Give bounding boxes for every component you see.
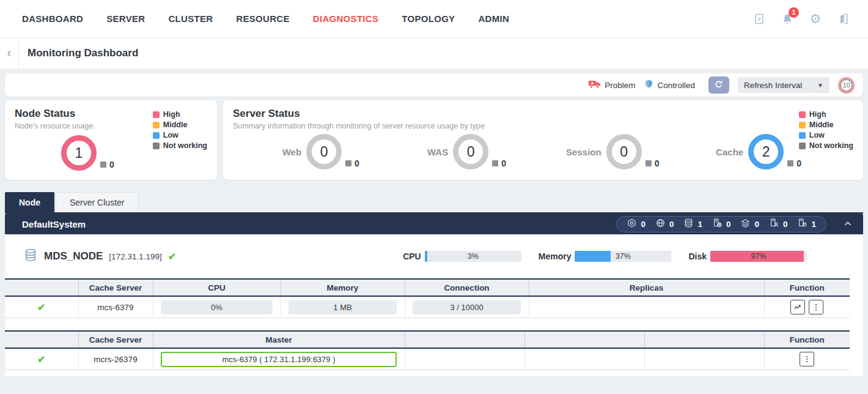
layers-icon bbox=[740, 218, 751, 231]
was-label: WAS bbox=[427, 147, 448, 157]
high-swatch bbox=[799, 111, 806, 118]
chart-button[interactable] bbox=[790, 300, 805, 314]
server-status-subtitle: Summary information through monitoring o… bbox=[233, 122, 853, 130]
cpu-bar: 3% bbox=[425, 251, 521, 262]
system-header-bar: DefaultSystem 0 0 1 bbox=[5, 214, 863, 234]
refresh-countdown-value: 10 bbox=[840, 79, 853, 92]
account-server-icon bbox=[769, 218, 779, 231]
page-body: Problem Controlled Refresh Interval ▼ 10… bbox=[0, 69, 868, 376]
page-title: Monitoring Dashboard bbox=[28, 47, 138, 59]
notifications-bell-icon[interactable]: 1 bbox=[780, 12, 795, 26]
was-badge: 0 bbox=[712, 218, 731, 231]
cluster-count: 0 bbox=[641, 220, 645, 229]
node-status-not-working: 0 bbox=[100, 160, 114, 169]
session-status-value: 0 bbox=[606, 134, 642, 169]
disk-label: Disk bbox=[688, 251, 707, 261]
top-nav-bar: DASHBOARD SERVER CLUSTER RESOURCE DIAGNO… bbox=[0, 0, 868, 38]
server-status-donuts: Web 0 0 WAS 0 0 Session 0 bbox=[233, 134, 853, 169]
empty-cell bbox=[405, 348, 524, 370]
node-status-card: Node Status Node's resource usage. High … bbox=[5, 100, 217, 180]
row-ok-check-icon: ✔ bbox=[37, 354, 45, 365]
cpu-value: 3% bbox=[425, 251, 521, 262]
controlled-label: Controlled bbox=[657, 81, 695, 90]
refresh-countdown-badge: 10 bbox=[838, 77, 855, 94]
divider bbox=[18, 38, 19, 69]
notification-count-badge: 1 bbox=[789, 7, 799, 18]
problem-legend: Problem bbox=[588, 79, 635, 91]
was-count: 0 bbox=[726, 220, 731, 229]
controlled-shield-icon bbox=[644, 78, 654, 92]
more-menu-button[interactable] bbox=[800, 352, 814, 366]
node-count: 1 bbox=[697, 220, 702, 229]
memory-value: 37% bbox=[575, 251, 671, 262]
logout-door-icon[interactable] bbox=[836, 12, 851, 26]
cluster-icon bbox=[627, 218, 637, 231]
system-name: DefaultSystem bbox=[22, 219, 86, 229]
cpu-column-header: CPU bbox=[153, 279, 281, 296]
refresh-interval-select[interactable]: Refresh Interval ▼ bbox=[738, 77, 829, 93]
high-label: High bbox=[809, 110, 826, 119]
tab-node[interactable]: Node bbox=[5, 192, 54, 212]
high-label: High bbox=[163, 110, 180, 119]
memory-label: Memory bbox=[539, 251, 572, 261]
help-manual-icon[interactable]: ? bbox=[752, 12, 767, 26]
legend-high: High bbox=[799, 110, 853, 119]
not-working-count: 0 bbox=[109, 160, 114, 169]
nav-topology[interactable]: TOPOLOGY bbox=[402, 13, 455, 24]
settings-gear-icon[interactable]: ⚙ bbox=[808, 12, 823, 26]
nav-server[interactable]: SERVER bbox=[106, 13, 145, 24]
nav-admin[interactable]: ADMIN bbox=[478, 13, 509, 24]
server-status-legend: High Middle Low Not working bbox=[799, 110, 853, 150]
nav-dashboard[interactable]: DASHBOARD bbox=[22, 13, 83, 24]
main-nav: DASHBOARD SERVER CLUSTER RESOURCE DIAGNO… bbox=[22, 13, 509, 24]
refresh-interval-label: Refresh Interval bbox=[744, 81, 802, 90]
refresh-icon bbox=[714, 80, 724, 91]
empty-column-header bbox=[405, 331, 524, 348]
not-working-square-icon bbox=[100, 162, 106, 168]
session-label: Session bbox=[566, 147, 601, 157]
server-status-title: Server Status bbox=[233, 108, 853, 120]
more-menu-button[interactable] bbox=[809, 300, 823, 314]
master-column-header: Master bbox=[153, 331, 405, 348]
memory-metric: Memory 37% bbox=[539, 251, 672, 262]
status-toolbar: Problem Controlled Refresh Interval ▼ 10 bbox=[5, 73, 863, 97]
low-label: Low bbox=[163, 131, 178, 139]
cpu-metric: CPU 3% bbox=[403, 251, 521, 262]
back-chevron-icon[interactable]: ‹ bbox=[0, 46, 18, 60]
legend-low: Low bbox=[799, 131, 853, 139]
node-ok-check-icon: ✔ bbox=[168, 251, 176, 262]
empty-column-header bbox=[524, 331, 644, 348]
sentinel-table: Cache Server Master Function ✔ mcrs-2637… bbox=[5, 330, 850, 370]
nav-resource[interactable]: RESOURCE bbox=[236, 13, 289, 24]
database-icon bbox=[23, 248, 38, 265]
chevron-down-icon: ▼ bbox=[817, 82, 823, 89]
node-name: MDS_NODE bbox=[44, 250, 103, 262]
empty-column-header bbox=[644, 331, 764, 348]
memory-column-header: Memory bbox=[281, 279, 405, 296]
middle-label: Middle bbox=[809, 121, 834, 129]
status-column-header bbox=[5, 331, 78, 348]
node-badge: 1 bbox=[683, 218, 702, 231]
cpu-usage-pill: 0% bbox=[161, 300, 273, 314]
cache-table-header-row: Cache Server CPU Memory Connection Repli… bbox=[5, 279, 850, 296]
cache-server-column-header: Cache Server bbox=[78, 331, 153, 348]
refresh-button[interactable] bbox=[708, 76, 729, 94]
node-panel: DefaultSystem 0 0 1 bbox=[5, 214, 863, 376]
tab-server-cluster[interactable]: Server Cluster bbox=[56, 192, 138, 212]
cache-label: Cache bbox=[716, 147, 743, 157]
session-count: 0 bbox=[754, 220, 759, 229]
web-not-working-count: 0 bbox=[355, 158, 359, 168]
cache-server-count: 1 bbox=[811, 220, 816, 229]
web-count: 0 bbox=[669, 220, 674, 229]
collapse-chevron-up-icon[interactable] bbox=[842, 218, 853, 229]
node-metrics: CPU 3% Memory 37% Disk bbox=[403, 251, 807, 262]
system-resource-badges: 0 0 1 0 0 bbox=[616, 216, 826, 232]
node-status-donut: 1 0 bbox=[61, 135, 97, 171]
breadcrumb: ‹ Monitoring Dashboard bbox=[0, 38, 868, 69]
not-working-label: Not working bbox=[163, 141, 207, 150]
nav-diagnostics[interactable]: DIAGNOSTICS bbox=[313, 13, 378, 24]
web-badge: 0 bbox=[655, 218, 674, 231]
nav-cluster[interactable]: CLUSTER bbox=[168, 13, 213, 24]
legend-middle: Middle bbox=[153, 121, 207, 129]
not-working-square-icon bbox=[787, 160, 793, 166]
